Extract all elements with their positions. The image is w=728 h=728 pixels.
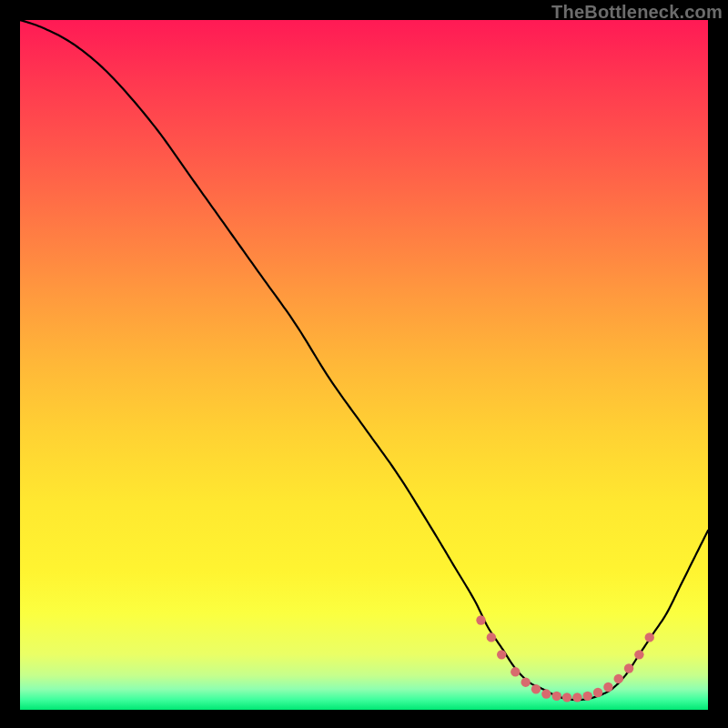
- chart-frame: TheBottleneck.com: [0, 0, 728, 728]
- plot-area: [20, 20, 708, 710]
- highlight-dot: [572, 693, 581, 702]
- highlight-dot: [476, 615, 485, 624]
- highlight-dot: [614, 674, 623, 683]
- highlight-dot: [531, 684, 541, 693]
- highlight-dot: [511, 667, 520, 676]
- highlight-dot: [634, 650, 643, 659]
- highlight-dot: [645, 632, 654, 642]
- highlight-dot: [497, 650, 506, 659]
- bottleneck-curve: [20, 20, 708, 700]
- highlight-dot: [562, 693, 571, 702]
- highlight-dots: [476, 615, 654, 702]
- highlight-dot: [521, 677, 530, 686]
- watermark-text: TheBottleneck.com: [551, 2, 723, 23]
- highlight-dot: [603, 682, 612, 692]
- curve-svg: [20, 20, 708, 710]
- highlight-dot: [541, 689, 551, 698]
- highlight-dot: [551, 692, 561, 701]
- highlight-dot: [583, 692, 592, 701]
- highlight-dot: [593, 688, 602, 697]
- highlight-dot: [487, 632, 496, 642]
- highlight-dot: [624, 663, 633, 672]
